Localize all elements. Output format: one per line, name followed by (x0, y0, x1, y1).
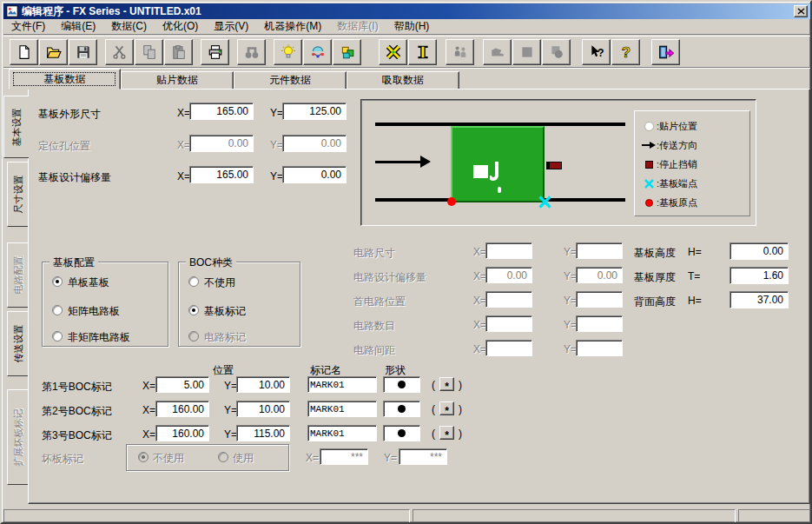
board-endpoint-cross-icon (641, 179, 657, 189)
swap-y-button[interactable] (408, 39, 437, 65)
help-icon: ? (618, 44, 634, 60)
components-button[interactable] (333, 39, 361, 65)
first-circuit-x-field (485, 291, 532, 308)
boc-mark-1-name-field[interactable] (307, 376, 377, 393)
circuit-size-label: 电路尺寸 (353, 246, 395, 261)
print-button[interactable] (201, 39, 229, 65)
boc-mark-2-x-field[interactable] (155, 401, 209, 417)
menu-file[interactable]: 文件(F) (3, 18, 53, 35)
tab-board-data[interactable]: 基板数据 (9, 69, 121, 90)
menu-optimize[interactable]: 优化(O) (155, 18, 206, 35)
sidetab-label: 基本设置 (10, 108, 23, 146)
radio-boc-not-used[interactable] (188, 276, 199, 287)
boc-mark-1-shape-field[interactable] (383, 376, 420, 393)
radio-boc-not-used-label[interactable]: 不使用 (204, 275, 235, 290)
boc-mark-2-asterisk-button[interactable]: * (439, 401, 454, 415)
boc-mark-3-shape-field[interactable] (383, 425, 420, 441)
context-help-icon: ? (589, 44, 604, 60)
exit-button[interactable] (651, 39, 680, 65)
boc-mark-1-x-field[interactable] (155, 376, 209, 393)
y-prefix: Y= (564, 270, 577, 282)
sidetab-transfer-settings[interactable]: 传送设置 (7, 311, 28, 376)
swap-y-icon (415, 44, 431, 60)
radio-non-matrix-board[interactable] (52, 331, 63, 342)
black-dot-shape-icon (398, 381, 406, 388)
copy-button (135, 39, 163, 65)
tab-component-data[interactable]: 元件数据 (234, 71, 347, 89)
find-button (237, 39, 266, 65)
open-button[interactable] (39, 39, 68, 65)
radio-bad-mark-used-label: 使用 (233, 451, 254, 466)
boc-mark-3-name-field[interactable] (307, 425, 377, 441)
circuit-design-offset-x-field (485, 267, 532, 283)
print-icon (208, 44, 223, 60)
board-height-field[interactable] (729, 242, 789, 260)
save-button[interactable] (69, 39, 97, 65)
radio-single-board-label[interactable]: 单板基板 (68, 275, 109, 290)
new-document-icon (17, 44, 32, 60)
board-outline-y-field[interactable] (282, 103, 347, 120)
tab-placement-data[interactable]: 贴片数据 (121, 71, 234, 89)
menu-edit[interactable]: 编辑(E) (53, 18, 103, 35)
menu-machine[interactable]: 机器操作(M) (256, 18, 329, 35)
boc-mark-1-y-field[interactable] (236, 376, 290, 393)
sidetab-label: 尺寸设置 (11, 176, 24, 214)
tab-pickup-data[interactable]: 吸取数据 (347, 71, 459, 89)
board-thickness-field[interactable] (729, 267, 789, 284)
help-button[interactable]: ? (611, 39, 640, 65)
x-prefix: X= (142, 428, 155, 441)
new-button[interactable] (10, 39, 38, 65)
board-design-offset-x-field[interactable] (189, 166, 254, 183)
boc-mark-2-y-field[interactable] (236, 401, 290, 417)
legend-label: :基板端点 (657, 177, 697, 190)
sidetab-label: 扩展坏板标记 (11, 408, 24, 466)
radio-single-board[interactable] (52, 276, 63, 287)
board-config-title: 基板配置 (50, 255, 98, 270)
board-endpoint-graphic (538, 196, 551, 209)
window-title: 编辑程序 - FX Series - UNTITLED.x01 (22, 4, 794, 19)
legend-label: :传送方向 (657, 139, 697, 152)
circuit-count-label: 电路数目 (353, 319, 395, 334)
boc-mark-1-asterisk-button[interactable]: * (439, 377, 454, 391)
radio-boc-board-mark-label[interactable]: 基板标记 (204, 304, 246, 319)
boc-mark-3-asterisk-button[interactable]: * (439, 426, 454, 440)
teaching-icon (452, 44, 468, 60)
x-prefix: X= (142, 380, 155, 392)
title-bar: 编辑程序 - FX Series - UNTITLED.x01 (3, 3, 810, 19)
circuit-design-offset-label: 电路设计偏移量 (353, 270, 426, 285)
x-prefix: X= (177, 139, 190, 151)
radio-boc-board-mark[interactable] (188, 305, 199, 315)
boc-mark-3-y-field[interactable] (236, 425, 290, 441)
board-outline-x-field[interactable] (189, 103, 254, 120)
menu-view[interactable]: 显示(V) (206, 18, 256, 35)
boc-mark-3-label: 第3号BOC标记 (42, 428, 112, 443)
menu-bar: 文件(F) 编辑(E) 数据(C) 优化(O) 显示(V) 机器操作(M) 数据… (3, 19, 810, 35)
y-prefix: Y= (270, 107, 283, 119)
y-prefix: Y= (564, 246, 577, 258)
radio-matrix-board[interactable] (52, 305, 63, 315)
optimize-button[interactable] (274, 39, 302, 65)
context-help-button[interactable]: ? (582, 39, 611, 65)
boc-mark-2-label: 第2号BOC标记 (42, 404, 112, 419)
sidetab-size-settings[interactable]: 尺寸设置 (7, 162, 28, 227)
y-prefix: Y= (224, 428, 237, 441)
sidetab-basic-settings[interactable]: 基本设置 (3, 96, 29, 158)
close-button[interactable] (794, 5, 808, 17)
radio-non-matrix-board-label[interactable]: 非矩阵电路板 (68, 330, 130, 345)
radio-matrix-board-label[interactable]: 矩阵电路板 (68, 304, 120, 319)
y-prefix: Y= (270, 139, 283, 151)
board-outline-size-label: 基板外形尺寸 (38, 107, 101, 122)
boc-mark-2-name-field[interactable] (307, 401, 377, 417)
placement-order-button[interactable] (303, 39, 332, 65)
back-height-field[interactable] (729, 291, 789, 308)
paste-icon (171, 44, 187, 60)
stop-pin-square-icon (641, 161, 657, 169)
exit-icon (658, 44, 674, 60)
board-design-offset-y-field[interactable] (282, 166, 347, 183)
menu-data[interactable]: 数据(C) (103, 18, 155, 35)
swap-x-button[interactable] (379, 39, 407, 65)
boc-mark-2-shape-field[interactable] (383, 401, 420, 417)
sidetab-circuit-config: 电路配置 (7, 242, 28, 308)
menu-help[interactable]: 帮助(H) (386, 18, 438, 35)
boc-mark-3-x-field[interactable] (155, 425, 209, 441)
